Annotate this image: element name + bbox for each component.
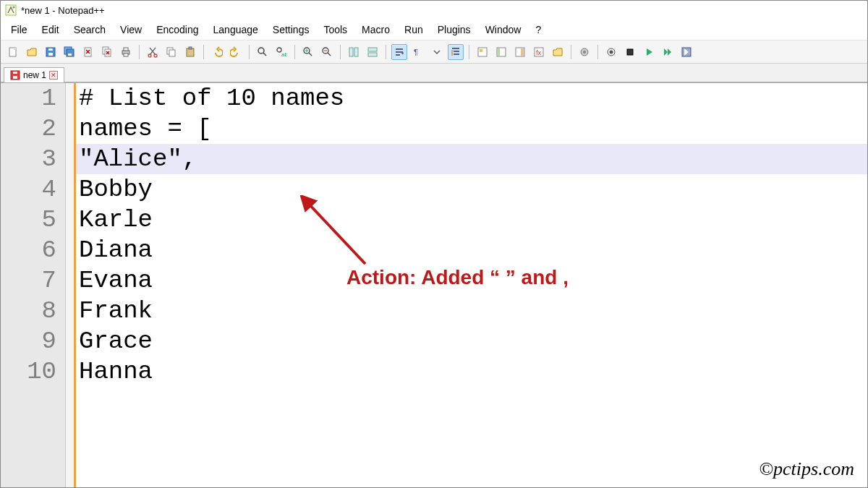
find-icon[interactable] <box>255 44 271 60</box>
menubar: File Edit Search View Encoding Language … <box>1 20 867 40</box>
menu-file[interactable]: File <box>4 21 35 38</box>
close-icon[interactable] <box>80 44 96 60</box>
svg-rect-19 <box>169 50 175 56</box>
redo-icon[interactable] <box>228 44 244 60</box>
editor: 12345678910 # List of 10 namesnames = ["… <box>1 82 867 488</box>
menu-plugins[interactable]: Plugins <box>430 21 478 38</box>
doc-map-icon[interactable] <box>493 44 509 60</box>
svg-rect-9 <box>68 53 72 56</box>
save-all-icon[interactable] <box>61 44 77 60</box>
svg-rect-48 <box>13 72 17 74</box>
paste-icon[interactable] <box>182 44 198 60</box>
menu-edit[interactable]: Edit <box>35 21 67 38</box>
save-macro-icon[interactable] <box>678 44 694 60</box>
stop-icon[interactable] <box>622 44 638 60</box>
svg-text:¶: ¶ <box>414 48 418 56</box>
file-tab[interactable]: new 1 ✕ <box>4 67 64 82</box>
open-file-icon[interactable] <box>24 44 40 60</box>
print-icon[interactable] <box>118 44 134 60</box>
play-multi-icon[interactable] <box>660 44 676 60</box>
svg-rect-3 <box>14 48 16 50</box>
word-wrap-icon[interactable] <box>391 44 407 60</box>
menu-settings[interactable]: Settings <box>265 21 317 38</box>
menu-encoding[interactable]: Encoding <box>149 21 205 38</box>
svg-rect-21 <box>189 47 192 49</box>
folder-icon[interactable] <box>550 44 566 60</box>
svg-rect-30 <box>368 53 377 56</box>
line-number: 2 <box>1 114 56 144</box>
svg-rect-37 <box>521 48 524 56</box>
cut-icon[interactable] <box>145 44 161 60</box>
line-number: 10 <box>1 356 56 387</box>
code-line[interactable]: Diana <box>76 235 867 265</box>
menu-help[interactable]: ? <box>528 21 548 38</box>
annotation-text: Action: Added “ ” and , <box>346 262 569 293</box>
code-line[interactable]: Bobby <box>76 174 867 205</box>
line-number: 4 <box>1 174 56 205</box>
toolbar: ab ¶ fx <box>1 40 867 64</box>
code-line[interactable]: # List of 10 names <box>76 83 867 114</box>
line-number: 9 <box>1 326 56 356</box>
show-chars-icon[interactable]: ¶ <box>410 44 426 60</box>
svg-text:ab: ab <box>281 51 287 58</box>
toolbar-sep <box>249 45 250 59</box>
new-file-icon[interactable] <box>5 44 21 60</box>
code-area[interactable]: # List of 10 namesnames = ["Alice",Bobby… <box>76 83 867 488</box>
svg-rect-15 <box>124 53 128 56</box>
menu-window[interactable]: Window <box>478 21 529 38</box>
svg-point-41 <box>583 51 586 53</box>
code-line[interactable]: Grace <box>76 326 867 356</box>
zoom-out-icon[interactable] <box>319 44 335 60</box>
sync-v-icon[interactable] <box>346 44 362 60</box>
svg-rect-29 <box>368 48 377 51</box>
tab-close-icon[interactable]: ✕ <box>49 71 58 80</box>
line-number: 5 <box>1 205 56 235</box>
toolbar-sep <box>294 45 295 59</box>
svg-rect-27 <box>349 48 353 56</box>
menu-run[interactable]: Run <box>397 21 430 38</box>
dropdown-icon[interactable] <box>429 44 445 60</box>
code-line[interactable]: "Alice", <box>76 144 867 174</box>
undo-icon[interactable] <box>209 44 225 60</box>
close-all-icon[interactable] <box>99 44 115 60</box>
line-number-gutter: 12345678910 <box>1 83 66 488</box>
change-margin <box>66 83 76 488</box>
toolbar-sep <box>340 45 341 59</box>
toolbar-sep <box>386 45 386 59</box>
save-icon[interactable] <box>43 44 59 60</box>
udl-icon[interactable] <box>475 44 490 60</box>
copy-icon[interactable] <box>163 44 179 60</box>
indent-guide-icon[interactable] <box>448 44 464 60</box>
line-number: 8 <box>1 296 56 326</box>
menu-tools[interactable]: Tools <box>316 21 354 38</box>
play-icon[interactable] <box>641 44 657 60</box>
svg-rect-14 <box>124 48 128 51</box>
replace-icon[interactable]: ab <box>273 44 289 60</box>
func-list-icon[interactable]: fx <box>531 44 547 60</box>
svg-point-1 <box>13 7 15 9</box>
code-line[interactable]: Hanna <box>76 356 867 387</box>
record-icon[interactable] <box>603 44 619 60</box>
toolbar-sep <box>139 45 140 59</box>
svg-point-16 <box>148 54 151 57</box>
code-line[interactable]: names = [ <box>76 114 867 144</box>
svg-rect-35 <box>498 48 500 56</box>
toolbar-sep <box>571 45 571 59</box>
svg-rect-28 <box>354 48 358 56</box>
toolbar-sep <box>203 45 204 59</box>
svg-rect-5 <box>48 53 53 56</box>
sync-h-icon[interactable] <box>365 44 380 60</box>
line-number: 1 <box>1 83 56 114</box>
unsaved-icon <box>10 70 20 80</box>
svg-point-43 <box>610 50 613 53</box>
menu-language[interactable]: Language <box>206 21 265 38</box>
toolbar-sep <box>469 45 469 59</box>
zoom-in-icon[interactable] <box>300 44 316 60</box>
monitor-icon[interactable] <box>576 44 592 60</box>
menu-macro[interactable]: Macro <box>354 21 397 38</box>
menu-view[interactable]: View <box>113 21 149 38</box>
doc-list-icon[interactable] <box>512 44 528 60</box>
code-line[interactable]: Frank <box>76 296 867 326</box>
code-line[interactable]: Karle <box>76 205 867 235</box>
menu-search[interactable]: Search <box>67 21 113 38</box>
